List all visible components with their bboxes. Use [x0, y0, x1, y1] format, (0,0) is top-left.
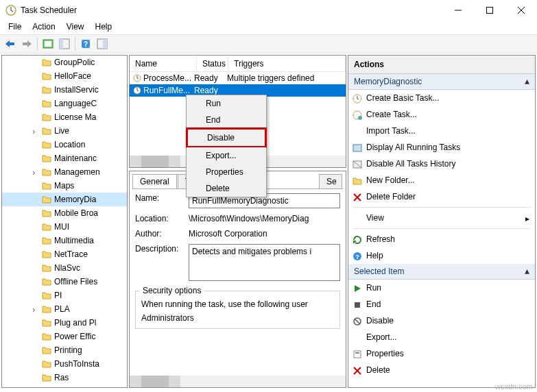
refresh-toolbar-icon[interactable]: [95, 36, 110, 51]
action-delete[interactable]: Delete: [348, 362, 535, 378]
tree-item-label: NlaSvc: [54, 263, 80, 273]
context-disable[interactable]: Disable: [186, 127, 267, 148]
context-properties[interactable]: Properties: [187, 164, 266, 180]
tree-item-label: MemoryDia: [54, 195, 96, 204]
column-triggers[interactable]: Triggers: [228, 56, 346, 71]
location-value: \Microsoft\Windows\MemoryDiag: [189, 214, 340, 223]
description-label: Description:: [135, 244, 189, 254]
forward-button[interactable]: [19, 36, 34, 51]
show-hide-console-tree-icon[interactable]: [57, 36, 72, 51]
action-disable[interactable]: Disable: [348, 313, 535, 329]
tree-item[interactable]: HelloFace: [2, 69, 127, 83]
tree-item[interactable]: LanguageC: [2, 97, 127, 110]
context-end[interactable]: End: [187, 112, 266, 128]
action-disable-history[interactable]: Disable All Tasks History: [348, 156, 535, 172]
action-create-basic-task[interactable]: Create Basic Task...: [348, 90, 535, 106]
folder-icon: [42, 359, 51, 369]
tree-item[interactable]: NlaSvc: [2, 261, 127, 275]
folder-icon: [42, 126, 51, 136]
folder-icon: [42, 208, 51, 218]
column-name[interactable]: Name: [130, 56, 197, 71]
details-horizontal-scrollbar[interactable]: [130, 376, 346, 387]
minimize-button[interactable]: [442, 0, 474, 21]
task-row[interactable]: ProcessMe...ReadyMultiple triggers defin…: [130, 72, 346, 84]
tree-item[interactable]: Multimedia: [2, 234, 127, 247]
tree-item[interactable]: Printing: [2, 343, 127, 357]
tree-item-label: Mobile Broa: [54, 208, 98, 218]
action-import-task[interactable]: Import Task...: [348, 123, 535, 139]
menu-action[interactable]: Action: [27, 21, 60, 34]
menu-view[interactable]: View: [61, 21, 90, 34]
svg-rect-17: [353, 145, 361, 151]
action-export[interactable]: Export...: [348, 329, 535, 345]
tree-item-label: Live: [54, 126, 69, 136]
tree-item-label: LanguageC: [54, 99, 97, 108]
folder-icon: [42, 181, 51, 191]
menu-help[interactable]: Help: [90, 21, 118, 34]
tree-item[interactable]: PI: [2, 289, 127, 302]
back-button[interactable]: [3, 36, 18, 51]
tree-item[interactable]: InstallServic: [2, 83, 127, 97]
tree-item[interactable]: PLA: [2, 302, 127, 316]
action-delete-folder[interactable]: Delete Folder: [348, 188, 535, 205]
tree-item[interactable]: Plug and Pl: [2, 316, 127, 330]
action-run[interactable]: Run: [348, 280, 535, 296]
menu-file[interactable]: File: [3, 21, 27, 34]
actions-title: Actions: [348, 56, 535, 74]
tree-item[interactable]: RecoveryEn: [2, 384, 127, 388]
tree-item[interactable]: Live: [2, 124, 127, 138]
context-export[interactable]: Export...: [187, 147, 266, 164]
author-label: Author:: [135, 229, 189, 238]
svg-rect-7: [60, 39, 63, 49]
tree-item[interactable]: Offline Files: [2, 275, 127, 289]
tree-item[interactable]: PushToInsta: [2, 357, 127, 371]
description-field[interactable]: Detects and mitigates problems i: [189, 244, 340, 281]
actions-group-folder[interactable]: MemoryDiagnostic▴: [348, 74, 535, 90]
collapse-icon[interactable]: ▴: [525, 267, 529, 276]
svg-text:?: ?: [355, 254, 359, 260]
tree-item[interactable]: MemoryDia: [2, 193, 127, 206]
tree-item[interactable]: MUI: [2, 220, 127, 234]
svg-rect-24: [355, 352, 359, 354]
folder-icon: [42, 58, 51, 67]
folder-icon: [42, 195, 51, 204]
tab-general[interactable]: General: [132, 174, 177, 188]
maximize-button[interactable]: [474, 0, 505, 21]
folder-icon: [42, 222, 51, 232]
folder-icon: [42, 154, 51, 163]
folder-icon: [42, 345, 51, 355]
action-create-task[interactable]: Create Task...: [348, 106, 535, 123]
collapse-icon[interactable]: ▴: [525, 77, 529, 86]
tree-item[interactable]: Maintenanc: [2, 151, 127, 165]
tree-item[interactable]: License Ma: [2, 110, 127, 124]
context-run[interactable]: Run: [187, 95, 266, 112]
tree-item[interactable]: Mobile Broa: [2, 206, 127, 220]
tree-item[interactable]: Maps: [2, 179, 127, 193]
close-button[interactable]: [505, 0, 537, 21]
action-new-folder[interactable]: New Folder...: [348, 172, 535, 188]
folder-icon: [42, 304, 51, 314]
action-refresh[interactable]: Refresh: [348, 231, 535, 247]
action-properties[interactable]: Properties: [348, 345, 535, 362]
folder-tree[interactable]: GroupPolicHelloFaceInstallServicLanguage…: [1, 55, 128, 388]
tree-item[interactable]: Ras: [2, 371, 127, 384]
action-help[interactable]: ?Help: [348, 247, 535, 264]
action-pane-icon[interactable]: [40, 36, 56, 51]
action-end[interactable]: End: [348, 296, 535, 313]
action-view[interactable]: View▸: [348, 210, 535, 226]
tree-item-label: Printing: [54, 345, 82, 355]
column-status[interactable]: Status: [197, 56, 228, 71]
tree-item[interactable]: NetTrace: [2, 247, 127, 261]
actions-group-selected[interactable]: Selected Item▴: [348, 264, 535, 280]
tree-item[interactable]: Managemen: [2, 165, 127, 179]
context-delete[interactable]: Delete: [187, 180, 266, 197]
action-display-running[interactable]: Display All Running Tasks: [348, 139, 535, 156]
tree-item-label: HelloFace: [54, 71, 91, 81]
svg-rect-1: [487, 8, 493, 14]
tree-item[interactable]: GroupPolic: [2, 56, 127, 69]
tree-item[interactable]: Power Effic: [2, 330, 127, 343]
tree-item[interactable]: Location: [2, 138, 127, 151]
help-icon[interactable]: ?: [78, 36, 93, 51]
menubar: File Action View Help: [0, 21, 537, 34]
tab-more[interactable]: Se ◂ ▸: [319, 174, 342, 188]
